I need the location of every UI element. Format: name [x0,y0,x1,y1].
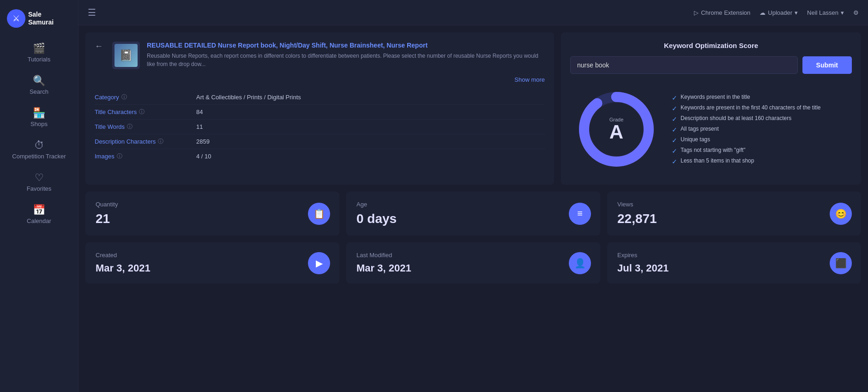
last-modified-value: Mar 3, 2021 [356,262,411,274]
favorites-icon: ♡ [35,173,44,183]
sidebar-item-label: Tutorials [28,56,50,63]
sidebar-item-shops[interactable]: 🏪 Shops [0,102,78,134]
expires-label: Expires [617,252,669,259]
keyword-input[interactable] [570,56,798,74]
category-row: Category ⓘ Art & Collectibles / Prints /… [95,90,545,105]
images-label: Images ⓘ [95,152,196,160]
sidebar-item-search[interactable]: 🔍 Search [0,69,78,102]
show-more-button[interactable]: Show more [95,76,545,83]
top-section: ← 📓 REUSABLE DETAILED Nurse Report book,… [85,32,861,185]
logo-icon: ⚔ [7,9,25,28]
chrome-extension-button[interactable]: ▷ Chrome Extension [694,9,750,16]
sidebar-item-label: Search [30,88,48,95]
product-title[interactable]: REUSABLE DETAILED Nurse Report book, Nig… [147,42,545,49]
sidebar-item-label: Shops [30,121,48,127]
keyword-card: Keyword Optimization Score Submit [561,32,861,185]
age-icon: ≡ [569,203,591,225]
views-info: Views 22,871 [617,201,657,226]
criteria-item: ✓Unique tags [672,136,852,144]
criteria-item: ✓Description should be at least 160 char… [672,115,852,123]
desc-chars-info-icon[interactable]: ⓘ [158,138,163,145]
age-label: Age [356,201,397,208]
check-icon: ✓ [672,94,677,102]
age-card: Age 0 days ≡ [346,192,600,235]
content: ← 📓 REUSABLE DETAILED Nurse Report book,… [78,25,868,392]
age-info: Age 0 days [356,201,397,226]
calendar-icon: 📅 [33,205,45,215]
sidebar: ⚔ Sale Samurai 🎬 Tutorials 🔍 Search 🏪 Sh… [0,0,78,392]
product-header: ← 📓 REUSABLE DETAILED Nurse Report book,… [95,42,545,69]
created-info: Created Mar 3, 2021 [96,252,151,274]
shops-icon: 🏪 [33,108,45,118]
views-value: 22,871 [617,211,657,226]
views-label: Views [617,201,657,208]
check-icon: ✓ [672,147,677,155]
uploader-button[interactable]: ☁ Uploader ▾ [760,9,798,16]
sidebar-item-label: Competition Tracker [12,153,66,160]
category-info-icon[interactable]: ⓘ [121,93,127,101]
sidebar-item-competition-tracker[interactable]: ⏱ Competition Tracker [0,134,78,166]
quantity-icon: 📋 [308,203,330,225]
submit-button[interactable]: Submit [802,56,852,74]
age-value: 0 days [356,211,397,226]
product-description: Reusable Nurse Reports, each report come… [147,52,545,68]
created-label: Created [96,252,151,259]
search-icon: 🔍 [33,76,45,86]
criteria-item: ✓All tags present [672,126,852,133]
product-info: REUSABLE DETAILED Nurse Report book, Nig… [147,42,545,68]
header: ☰ ▷ Chrome Extension ☁ Uploader ▾ Neil L… [78,0,868,25]
check-icon: ✓ [672,137,677,144]
last-modified-icon: 👤 [569,252,591,274]
product-details: Category ⓘ Art & Collectibles / Prints /… [95,90,545,163]
created-value: Mar 3, 2021 [96,262,151,274]
sidebar-item-label: Calendar [27,217,51,224]
criteria-item: ✓Tags not starting with "gift" [672,147,852,155]
donut-label: Grade A [609,117,624,142]
title-words-label: Title Words ⓘ [95,123,196,131]
images-value: 4 / 10 [196,153,211,160]
sidebar-item-favorites[interactable]: ♡ Favorites [0,166,78,199]
header-right: ▷ Chrome Extension ☁ Uploader ▾ Neil Las… [694,9,859,16]
user-chevron-icon: ▾ [841,9,844,16]
title-words-row: Title Words ⓘ 11 [95,120,545,134]
views-card: Views 22,871 😊 [607,192,861,235]
title-chars-info-icon[interactable]: ⓘ [139,108,145,116]
images-row: Images ⓘ 4 / 10 [95,149,545,163]
created-icon: ▶ [308,252,330,274]
grade-value: A [609,122,624,142]
sidebar-item-label: Favorites [27,185,51,192]
title-words-value: 11 [196,123,203,130]
images-info-icon[interactable]: ⓘ [117,152,122,160]
keyword-input-row: Submit [570,56,852,74]
keyword-card-title: Keyword Optimization Score [570,42,852,49]
check-icon: ✓ [672,105,677,112]
expires-card: Expires Jul 3, 2021 ⬛ [607,242,861,283]
user-menu-button[interactable]: Neil Lassen ▾ [807,9,844,16]
back-button[interactable]: ← [95,42,103,51]
settings-button[interactable]: ⚙ [853,9,859,16]
title-chars-value: 84 [196,109,203,115]
logo-text: Sale Samurai [28,11,54,26]
cloud-icon: ☁ [760,9,766,16]
sidebar-item-calendar[interactable]: 📅 Calendar [0,199,78,231]
logo: ⚔ Sale Samurai [0,5,78,37]
title-chars-row: Title Characters ⓘ 84 [95,105,545,120]
criteria-list: ✓Keywords present in the title✓Keywords … [672,94,852,165]
views-icon: 😊 [830,203,852,225]
category-label: Category ⓘ [95,93,196,101]
created-card: Created Mar 3, 2021 ▶ [85,242,339,283]
check-icon: ✓ [672,115,677,123]
donut-chart: Grade A [570,83,663,175]
sidebar-item-tutorials[interactable]: 🎬 Tutorials [0,37,78,69]
header-left: ☰ [88,7,96,18]
tutorials-icon: 🎬 [33,43,45,54]
title-words-info-icon[interactable]: ⓘ [127,123,133,131]
quantity-value: 21 [96,211,118,226]
desc-chars-label: Description Characters ⓘ [95,138,196,145]
hamburger-button[interactable]: ☰ [88,7,96,18]
quantity-info: Quantity 21 [96,201,118,226]
category-value: Art & Collectibles / Prints / Digital Pr… [196,94,301,101]
product-thumbnail: 📓 [112,42,140,69]
quantity-card: Quantity 21 📋 [85,192,339,235]
last-modified-card: Last Modified Mar 3, 2021 👤 [346,242,600,283]
